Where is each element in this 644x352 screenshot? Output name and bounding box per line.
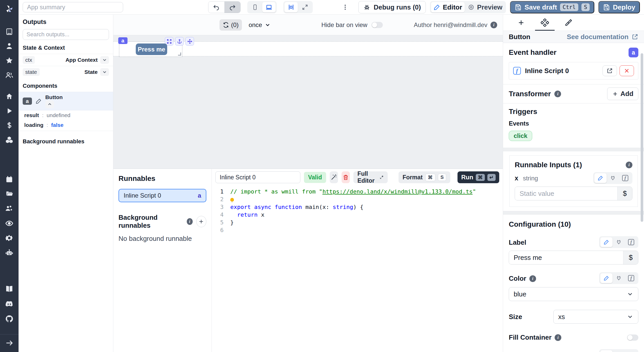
save-draft-button[interactable]: Save draft Ctrl S	[510, 1, 594, 13]
users-gear-icon[interactable]	[5, 204, 13, 213]
eval-mode-button[interactable]: f	[625, 350, 637, 352]
tab-component-settings[interactable]	[533, 15, 556, 31]
output-row-ctx[interactable]: ctx App Context	[19, 54, 113, 66]
github-icon[interactable]	[5, 315, 13, 323]
book-icon[interactable]	[5, 285, 13, 293]
schedule-select[interactable]: once	[249, 21, 271, 29]
panel-scrollbar[interactable]	[641, 53, 643, 222]
info-icon[interactable]: i	[187, 218, 193, 225]
connect-mode-button[interactable]	[613, 273, 625, 283]
code-lines[interactable]: 1// import * as wmill from "https://deno…	[212, 186, 503, 352]
play-icon[interactable]	[5, 107, 13, 115]
script-name-input[interactable]	[215, 171, 300, 183]
label-value-input[interactable]	[509, 251, 623, 264]
debug-runs-button[interactable]: Debug runs (0)	[358, 1, 426, 13]
color-select[interactable]: blue	[509, 287, 638, 301]
robot-icon[interactable]	[5, 249, 13, 257]
undo-button[interactable]	[208, 2, 224, 13]
chevron-down-icon[interactable]	[100, 56, 109, 64]
eval-mode-button[interactable]: f	[625, 273, 637, 283]
eval-mode-button[interactable]: f	[625, 237, 637, 247]
user-icon[interactable]	[5, 42, 13, 50]
static-mode-button[interactable]	[594, 173, 607, 183]
component-row-a[interactable]: a Button	[19, 92, 113, 110]
open-script-button[interactable]	[603, 65, 617, 76]
format-button[interactable]: Format ⌘ S	[399, 171, 451, 183]
static-mode-button[interactable]	[600, 350, 613, 352]
template-var-button[interactable]: $	[617, 187, 632, 200]
delete-script-button[interactable]	[342, 171, 350, 183]
hide-bar-toggle[interactable]	[371, 22, 383, 28]
discord-icon[interactable]	[5, 300, 13, 308]
dollar-icon[interactable]	[5, 121, 13, 129]
event-script-card[interactable]: f Inline Script 0	[509, 62, 638, 80]
desktop-view-button[interactable]	[262, 2, 276, 12]
fullscreen-button[interactable]	[298, 2, 312, 12]
tab-editor[interactable]: Editor	[431, 2, 465, 12]
app-canvas[interactable]: a Press me	[113, 35, 503, 169]
static-mode-button[interactable]	[600, 237, 613, 247]
arrow-right-icon[interactable]	[5, 339, 13, 347]
press-me-button[interactable]: Press me	[136, 43, 167, 55]
gear-icon[interactable]	[5, 234, 13, 242]
topbar: Debug runs (0) Editor Preview Save draft	[19, 0, 644, 15]
prop-key: result	[24, 112, 39, 118]
building-icon[interactable]	[5, 28, 13, 36]
remove-script-button[interactable]	[620, 65, 634, 76]
star-icon[interactable]	[5, 57, 13, 64]
home-icon[interactable]	[5, 93, 13, 100]
add-background-runnable-button[interactable]	[196, 216, 206, 227]
info-icon[interactable]: i	[626, 162, 632, 168]
prop-row-result[interactable]: result : undefined	[19, 110, 113, 120]
info-icon[interactable]: i	[554, 91, 561, 97]
center-content-button[interactable]	[284, 2, 298, 12]
full-editor-button[interactable]: Full Editor	[353, 171, 388, 183]
format-label: Format	[403, 174, 423, 181]
refresh-count-button[interactable]: (0)	[219, 19, 242, 31]
redo-button[interactable]	[224, 2, 240, 13]
kebab-menu-button[interactable]	[342, 4, 349, 11]
runnable-item-inline-script-0[interactable]: Inline Script 0 a	[118, 189, 206, 202]
app-summary-input[interactable]	[23, 2, 123, 12]
size-select[interactable]: xs	[553, 310, 638, 324]
anchor-handle[interactable]	[175, 37, 184, 46]
selected-component-cell[interactable]: a Press me	[119, 41, 182, 57]
size-field-name: Size	[509, 313, 522, 321]
search-outputs-input[interactable]	[23, 29, 109, 40]
resize-handle[interactable]	[178, 52, 181, 56]
template-var-button[interactable]: $	[623, 251, 638, 264]
ai-wand-button[interactable]	[330, 171, 338, 183]
tab-preview[interactable]: Preview	[465, 2, 505, 12]
move-handle[interactable]	[185, 37, 194, 46]
background-runnables-label: Background runnables	[118, 214, 183, 230]
fill-container-toggle[interactable]	[627, 335, 638, 341]
run-button[interactable]: Run ⌘ ↵	[457, 171, 499, 183]
see-documentation-link[interactable]: See documentation	[567, 33, 638, 41]
cubes-icon[interactable]	[5, 136, 13, 144]
tab-styling[interactable]	[557, 15, 580, 31]
eye-icon[interactable]	[5, 219, 13, 227]
output-row-state[interactable]: state State	[19, 66, 113, 78]
static-mode-button[interactable]	[600, 273, 613, 283]
prop-row-loading[interactable]: loading : false	[19, 120, 113, 131]
info-icon[interactable]: i	[555, 334, 561, 341]
eval-mode-button[interactable]: f	[619, 173, 631, 183]
calendar-icon[interactable]	[5, 175, 13, 183]
connect-mode-button[interactable]	[607, 173, 619, 183]
chevron-up-icon[interactable]	[45, 100, 54, 108]
connect-mode-button[interactable]	[613, 237, 625, 247]
add-transformer-button[interactable]: Add	[607, 87, 638, 100]
static-value-input[interactable]	[515, 187, 617, 200]
deploy-button[interactable]: Deploy	[598, 1, 640, 13]
mobile-view-button[interactable]	[248, 2, 262, 12]
folder-icon[interactable]	[5, 190, 13, 198]
info-icon[interactable]: i	[490, 22, 497, 28]
connect-mode-button[interactable]	[613, 350, 625, 352]
pencil-icon[interactable]	[36, 98, 42, 104]
info-icon[interactable]: i	[529, 275, 536, 282]
users-icon[interactable]	[5, 71, 13, 79]
anchor-icon	[177, 39, 182, 44]
tab-insert[interactable]	[510, 15, 532, 31]
windmill-logo[interactable]	[5, 5, 14, 13]
chevron-down-icon[interactable]	[100, 68, 109, 76]
